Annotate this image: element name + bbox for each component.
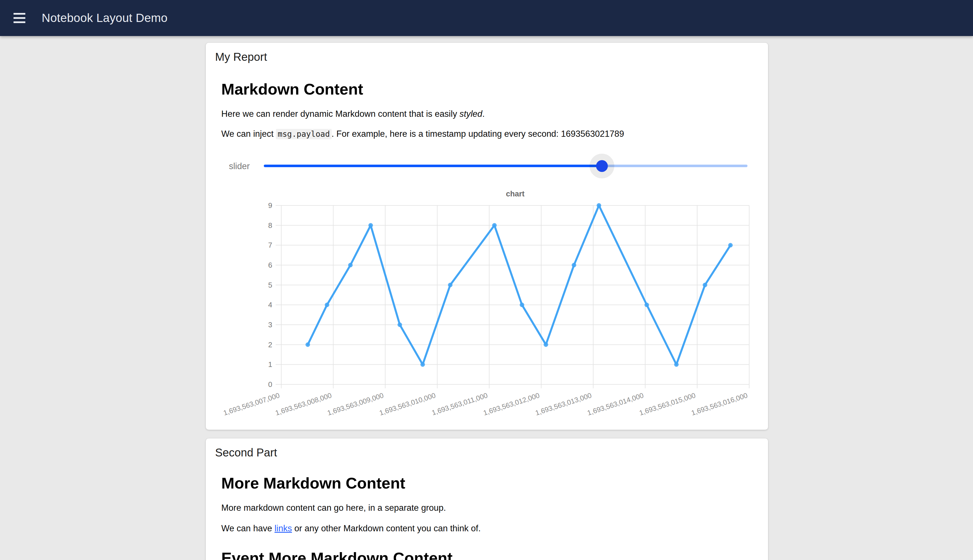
svg-text:7: 7 <box>268 241 272 249</box>
slider-thumb[interactable] <box>596 160 608 172</box>
app-header: Notebook Layout Demo <box>0 0 973 36</box>
report-card: My Report Markdown Content Here we can r… <box>206 43 768 430</box>
markdown-paragraph-1: Here we can render dynamic Markdown cont… <box>221 108 485 119</box>
markdown-paragraph-2: We can inject msg.payload. For example, … <box>221 128 624 140</box>
svg-text:2: 2 <box>268 340 272 349</box>
app-title: Notebook Layout Demo <box>42 11 167 25</box>
p1-italic-word: styled <box>459 109 482 119</box>
hamburger-menu-icon[interactable] <box>13 13 25 23</box>
c2p2-before: We can have <box>221 523 274 533</box>
msg-payload-code: msg.payload <box>276 129 331 139</box>
card-title-my-report: My Report <box>215 50 267 63</box>
timestamp-value: 1693563021789 <box>561 129 624 139</box>
svg-text:1,693,563,015,000: 1,693,563,015,000 <box>638 391 696 417</box>
svg-text:1,693,563,013,000: 1,693,563,013,000 <box>534 391 592 417</box>
slider-fill <box>264 165 602 167</box>
svg-text:8: 8 <box>268 221 272 230</box>
hamburger-bar <box>13 13 25 15</box>
line-chart: 01234567891,693,563,007,0001,693,563,008… <box>206 43 768 430</box>
card-title-second-part: Second Part <box>215 446 277 459</box>
svg-text:1,693,563,009,000: 1,693,563,009,000 <box>326 391 385 417</box>
card2-paragraph-2: We can have links or any other Markdown … <box>221 523 481 534</box>
even-more-markdown-heading: Event More Markdown Content <box>221 548 452 560</box>
svg-text:4: 4 <box>268 300 272 309</box>
p1-text: Here we can render dynamic Markdown cont… <box>221 109 459 119</box>
svg-text:1,693,563,010,000: 1,693,563,010,000 <box>379 391 437 417</box>
hamburger-bar <box>13 17 25 19</box>
svg-text:0: 0 <box>268 380 272 388</box>
svg-text:1,693,563,014,000: 1,693,563,014,000 <box>586 391 644 417</box>
page: { "accents": { "header_bg": "#1b2845", "… <box>0 0 973 560</box>
p2-text-before: We can inject <box>221 129 276 139</box>
svg-text:1,693,563,011,000: 1,693,563,011,000 <box>431 391 489 417</box>
slider-track[interactable] <box>264 165 748 167</box>
c2p2-after: or any other Markdown content you can th… <box>292 523 481 533</box>
svg-text:1,693,563,007,000: 1,693,563,007,000 <box>222 391 281 417</box>
svg-text:1: 1 <box>268 360 272 368</box>
card2-paragraph-1: More markdown content can go here, in a … <box>221 503 446 513</box>
second-part-card: Second Part More Markdown Content More m… <box>206 438 768 560</box>
more-markdown-heading: More Markdown Content <box>221 473 405 493</box>
markdown-heading: Markdown Content <box>221 79 363 99</box>
svg-text:1,693,563,008,000: 1,693,563,008,000 <box>274 391 332 417</box>
p1-period: . <box>482 109 485 119</box>
svg-text:1,693,563,016,000: 1,693,563,016,000 <box>690 391 749 417</box>
hamburger-bar <box>13 22 25 23</box>
svg-text:1,693,563,012,000: 1,693,563,012,000 <box>482 391 541 417</box>
svg-text:3: 3 <box>268 320 272 329</box>
links-link[interactable]: links <box>274 523 292 533</box>
svg-text:9: 9 <box>268 201 272 210</box>
svg-text:5: 5 <box>268 281 272 289</box>
chart-title: chart <box>281 190 749 198</box>
slider-label: slider <box>217 161 250 172</box>
p2-text-after: . For example, here is a timestamp updat… <box>332 129 561 139</box>
svg-text:6: 6 <box>268 261 272 269</box>
